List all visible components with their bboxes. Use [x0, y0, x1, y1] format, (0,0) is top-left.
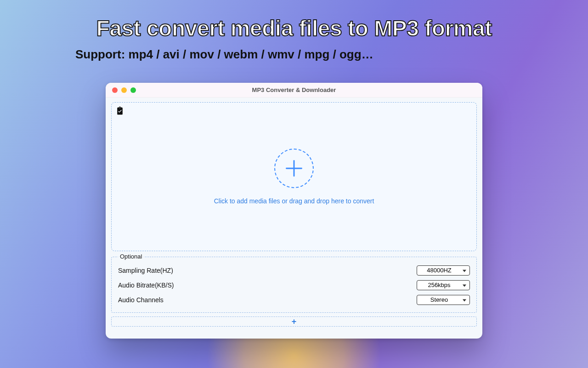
add-circle-icon: [274, 149, 314, 188]
options-legend: Optional: [118, 253, 144, 260]
zoom-button[interactable]: [130, 87, 136, 93]
dropzone[interactable]: Click to add media files or drag and dro…: [111, 102, 477, 251]
hero: Fast convert media files to MP3 format S…: [0, 16, 588, 62]
select-bitrate[interactable]: 256kbps: [417, 280, 470, 290]
row-bitrate: Audio Bitrate(KB/S) 256kbps: [118, 278, 470, 292]
clipboard-icon: [115, 106, 124, 116]
window-title: MP3 Converter & Downloader: [106, 86, 482, 93]
row-sampling-rate: Sampling Rate(HZ) 48000HZ: [118, 264, 470, 277]
select-sampling-rate[interactable]: 48000HZ: [417, 265, 470, 276]
dropzone-hint: Click to add media files or drag and dro…: [214, 197, 374, 205]
plus-icon: +: [292, 317, 297, 327]
minimize-button[interactable]: [121, 87, 127, 93]
select-channels[interactable]: Stereo: [417, 295, 470, 305]
label-sampling-rate: Sampling Rate(HZ): [118, 267, 173, 274]
hero-subline: Support: mp4 / avi / mov / webm / wmv / …: [0, 47, 588, 62]
traffic-lights: [106, 87, 136, 93]
hero-headline: Fast convert media files to MP3 format: [0, 16, 588, 41]
label-bitrate: Audio Bitrate(KB/S): [118, 282, 174, 289]
titlebar: MP3 Converter & Downloader: [106, 83, 482, 98]
options-fieldset: Optional Sampling Rate(HZ) 48000HZ Audio…: [111, 257, 477, 313]
row-channels: Audio Channels Stereo: [118, 293, 470, 307]
app-window: MP3 Converter & Downloader Click to add …: [106, 83, 482, 339]
close-button[interactable]: [112, 87, 118, 93]
add-button[interactable]: +: [111, 316, 477, 327]
label-channels: Audio Channels: [118, 296, 164, 304]
window-body: Click to add media files or drag and dro…: [106, 98, 482, 330]
